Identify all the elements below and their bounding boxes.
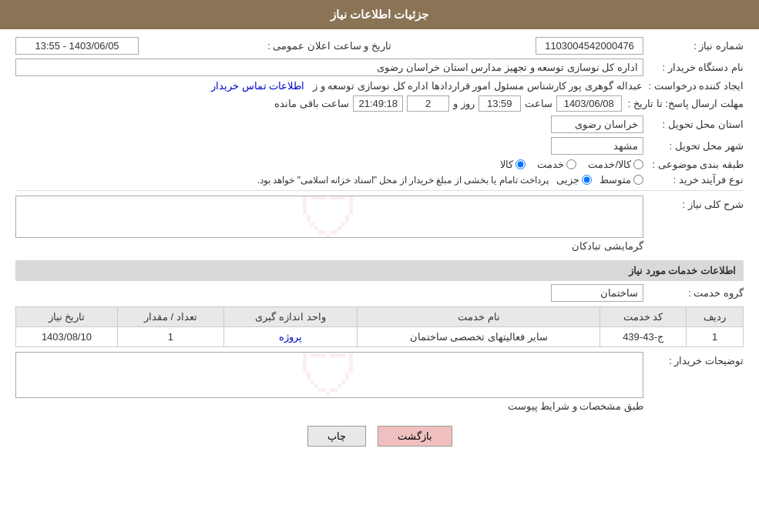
shahr-value: مشهد — [551, 137, 643, 155]
goroh-khadamat-value: ساختمان — [551, 284, 643, 302]
row-shomara-taarikh: شماره نیاز : 1103004542000476 تاریخ و سا… — [15, 37, 744, 55]
mohlat-date: 1403/06/08 — [556, 95, 622, 112]
radio-kala[interactable] — [516, 159, 526, 169]
mohlat-label: مهلت ارسال پاسخ: تا تاریخ : — [622, 98, 744, 109]
sharh-koli-label: شرح کلی نیاز : — [643, 196, 744, 210]
page-header: جزئیات اطلاعات نیاز — [0, 0, 759, 29]
ijad-konande-label: ایجاد کننده درخواست : — [643, 80, 744, 92]
back-button[interactable]: بازگشت — [378, 426, 452, 447]
cell-name: سایر فعالیتهای تخصصی ساختمان — [358, 327, 599, 347]
tabaqe-label: طبقه بندی موضوعی : — [643, 159, 744, 170]
farayand-desc: پرداخت تامام یا بخشی از مبلغ خریدار از م… — [257, 175, 549, 186]
radio-kala-khadamat[interactable] — [633, 159, 643, 169]
dastasgah-value: اداره کل نوسازی توسعه و تجهیز مدارس استا… — [15, 59, 643, 76]
ijad-konande-value-container: عبداله گوهری پور کارشناس مسئول امور قرار… — [15, 80, 643, 92]
row-farayand: نوع فرآیند خرید : متوسط جزیی پرداخت تاما… — [15, 174, 744, 186]
saat-label: ساعت — [525, 98, 552, 109]
sharh-koli-value-container: 🛡 گرمایشی تبادکان — [15, 196, 643, 254]
countdown-value: 21:49:18 — [353, 95, 403, 112]
row-mohlat: مهلت ارسال پاسخ: تا تاریخ : 1403/06/08 س… — [15, 95, 744, 112]
section-khadamat-header: اطلاعات خدمات مورد نیاز — [15, 260, 744, 281]
row-sharh-koli: شرح کلی نیاز : 🛡 گرمایشی تبادکان — [15, 196, 744, 254]
ostan-value: خراسان رضوی — [551, 115, 643, 133]
tabaqe-value-container: کالا/خدمت خدمت کالا — [15, 159, 643, 170]
tozih-value-container: 🛡 طبق مشخصات و شرایط پیوست — [15, 352, 643, 414]
tozih-value: طبق مشخصات و شرایط پیوست — [508, 400, 643, 412]
sharh-koli-textarea[interactable] — [15, 196, 643, 238]
sharh-koli-container: 🛡 — [15, 196, 643, 238]
row-ijad-konande: ایجاد کننده درخواست : عبداله گوهری پور ک… — [15, 80, 744, 92]
col-unit: واحد اندازه گیری — [223, 307, 358, 327]
content-area: شماره نیاز : 1103004542000476 تاریخ و سا… — [0, 29, 759, 466]
table-header-row: ردیف کد خدمت نام خدمت واحد اندازه گیری ت… — [16, 307, 744, 327]
radio-jozi[interactable] — [582, 175, 592, 185]
radio-kala-label: کالا — [500, 159, 513, 170]
cell-date: 1403/08/10 — [16, 327, 118, 347]
dastasgah-value-container: اداره کل نوسازی توسعه و تجهیز مدارس استا… — [15, 59, 643, 76]
row-tozih: توضیحات خریدار : 🛡 طبق مشخصات و شرایط پی… — [15, 352, 744, 414]
rooz-value: 2 — [407, 95, 449, 112]
col-name: نام خدمت — [358, 307, 599, 327]
tozih-label: توضیحات خریدار : — [643, 352, 744, 366]
tozih-textarea[interactable] — [15, 352, 643, 398]
col-date: تاریخ نیاز — [16, 307, 118, 327]
shomara-value-container: 1103004542000476 تاریخ و ساعت اعلان عموم… — [15, 37, 643, 55]
radio-mottavaset[interactable] — [633, 175, 643, 185]
row-dastasgah: نام دستگاه خریدار : اداره کل نوسازی توسع… — [15, 59, 744, 76]
radio-kala-item: کالا — [500, 159, 526, 170]
baqi-label: ساعت باقی مانده — [274, 98, 349, 109]
shomara-label: شماره نیاز : — [643, 40, 744, 52]
ostan-label: استان محل تحویل : — [643, 119, 744, 130]
print-button[interactable]: چاپ — [307, 426, 366, 447]
cell-code: ج-43-439 — [599, 327, 686, 347]
col-radif: ردیف — [687, 307, 744, 327]
table-row: 1 ج-43-439 سایر فعالیتهای تخصصی ساختمان … — [16, 327, 744, 347]
mohlat-value-container: 1403/06/08 ساعت 13:59 روز و 2 21:49:18 س… — [15, 95, 622, 112]
radio-khadamat-item: خدمت — [537, 159, 576, 170]
tabaqe-radio-group: کالا/خدمت خدمت کالا — [15, 159, 643, 170]
cell-count: 1 — [117, 327, 223, 347]
taarikh-saat-label: تاریخ و ساعت اعلان عمومی : — [267, 40, 391, 52]
page-wrapper: جزئیات اطلاعات نیاز شماره نیاز : 1103004… — [0, 0, 759, 532]
dastasgah-label: نام دستگاه خریدار : — [643, 62, 744, 73]
sharh-koli-value: گرمایشی تبادکان — [572, 240, 643, 252]
shahr-label: شهر محل تحویل : — [643, 140, 744, 152]
ijad-konande-value: عبداله گوهری پور کارشناس مسئول امور قرار… — [313, 80, 642, 92]
farayand-label: نوع فرآیند خرید : — [643, 174, 744, 186]
rooz-label: روز و — [453, 98, 475, 109]
services-table: ردیف کد خدمت نام خدمت واحد اندازه گیری ت… — [15, 306, 744, 347]
divider1 — [15, 190, 744, 191]
taarikh-saat-value: 1403/06/05 - 13:55 — [15, 37, 139, 55]
cell-radif: 1 — [687, 327, 744, 347]
shomara-id-box: 1103004542000476 — [536, 37, 643, 55]
cell-unit: پروژه — [223, 327, 358, 347]
mohlat-saat: 13:59 — [479, 95, 521, 112]
col-code: کد خدمت — [599, 307, 686, 327]
goroh-khadamat-value-container: ساختمان — [15, 284, 643, 302]
radio-khadamat[interactable] — [566, 159, 576, 169]
ostan-value-container: خراسان رضوی — [15, 115, 643, 133]
col-count: تعداد / مقدار — [117, 307, 223, 327]
radio-kala-khadamat-label: کالا/خدمت — [588, 159, 631, 170]
row-tabaqe: طبقه بندی موضوعی : کالا/خدمت خدمت کالا — [15, 159, 744, 170]
row-ostan: استان محل تحویل : خراسان رضوی — [15, 115, 744, 133]
row-goroh-khadamat: گروه خدمت : ساختمان — [15, 284, 744, 302]
table-head: ردیف کد خدمت نام خدمت واحد اندازه گیری ت… — [16, 307, 744, 327]
radio-jozi-label: جزیی — [556, 174, 579, 186]
farayand-value-container: متوسط جزیی پرداخت تامام یا بخشی از مبلغ … — [15, 174, 643, 186]
button-row: چاپ بازگشت — [15, 426, 744, 447]
tozih-text: طبق مشخصات و شرایط پیوست — [15, 398, 643, 414]
page-title: جزئیات اطلاعات نیاز — [331, 8, 428, 21]
tozih-container: 🛡 — [15, 352, 643, 398]
radio-mottavaset-label: متوسط — [599, 174, 631, 186]
radio-mottavaset-item: متوسط — [599, 174, 643, 186]
table-body: 1 ج-43-439 سایر فعالیتهای تخصصی ساختمان … — [16, 327, 744, 347]
ettelaat-tamas-link[interactable]: اطلاعات تماس خریدار — [211, 80, 304, 92]
goroh-khadamat-label: گروه خدمت : — [643, 287, 744, 299]
announce-row: 1103004542000476 تاریخ و ساعت اعلان عموم… — [15, 37, 643, 55]
shahr-value-container: مشهد — [15, 137, 643, 155]
row-shahr: شهر محل تحویل : مشهد — [15, 137, 744, 155]
countdown-section: 1403/06/08 ساعت 13:59 روز و 2 21:49:18 س… — [15, 95, 622, 112]
sharh-koli-text: گرمایشی تبادکان — [15, 238, 643, 254]
radio-khadamat-label: خدمت — [537, 159, 564, 170]
